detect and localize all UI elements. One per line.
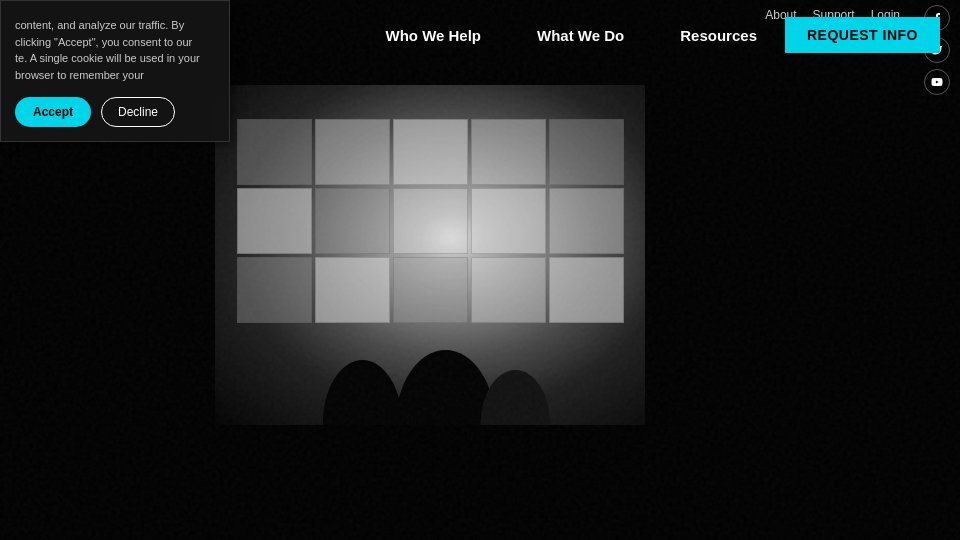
nav-who-we-help[interactable]: Who We Help <box>357 27 509 44</box>
cookie-buttons: Accept Decline <box>15 97 215 127</box>
side-overlay-right <box>645 0 960 540</box>
hero-image <box>215 85 645 425</box>
nav-what-we-do[interactable]: What We Do <box>509 27 652 44</box>
person-silhouette-center <box>396 275 496 425</box>
accept-button[interactable]: Accept <box>15 97 91 127</box>
nav-menu: Who We Help What We Do Resources REQUEST… <box>357 17 940 53</box>
cookie-text: content, and analyze our traffic. By cli… <box>15 17 215 83</box>
person-silhouette-right <box>480 315 550 425</box>
silhouettes <box>215 238 645 425</box>
nav-resources[interactable]: Resources <box>652 27 785 44</box>
cookie-consent-banner: content, and analyze our traffic. By cli… <box>0 0 230 142</box>
person-silhouette-left <box>323 295 403 425</box>
decline-button[interactable]: Decline <box>101 97 175 127</box>
request-info-button[interactable]: REQUEST INFO <box>785 17 940 53</box>
youtube-icon[interactable] <box>924 69 950 95</box>
